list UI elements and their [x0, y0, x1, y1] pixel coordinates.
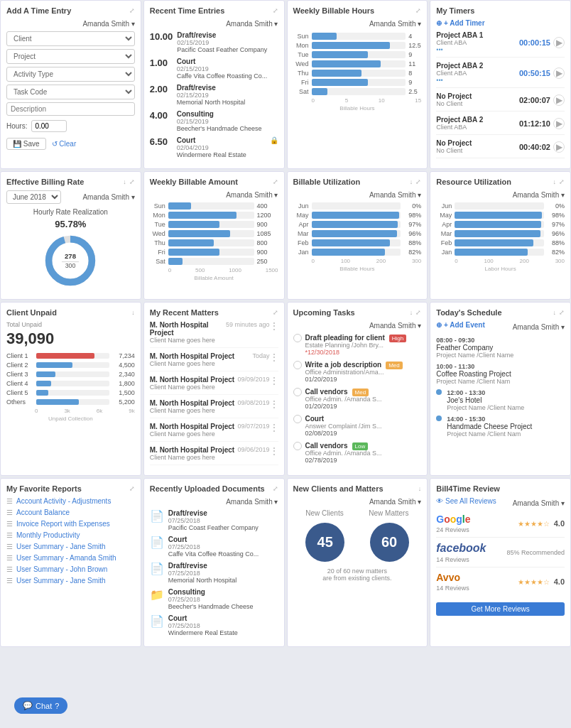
chart-bar-jan: Jan 82%: [293, 249, 422, 256]
chart-bar-apr: Apr 97%: [293, 221, 422, 228]
weekly-billable-hours-widget: Weekly Billable Hours ⤢ Amanda Smith Sun…: [287, 0, 428, 169]
expand-icon[interactable]: ⤢: [415, 7, 421, 14]
user-selector[interactable]: Amanda Smith: [369, 191, 421, 199]
list-item: 10.00 Draft/revise 02/15/2019 Pacific Co…: [150, 31, 278, 53]
timer-play-button[interactable]: ▶: [553, 67, 565, 79]
save-button[interactable]: 💾 Save: [6, 138, 46, 150]
list-item[interactable]: ☰ Invoice Report with Expenses: [6, 520, 135, 528]
widget-title: Recent Time Entries: [150, 6, 225, 15]
download-icon[interactable]: ↓: [123, 178, 126, 185]
expand-icon[interactable]: ⤢: [415, 178, 421, 185]
activity-type-select[interactable]: Activity Type: [6, 67, 135, 82]
my-recent-matters-widget: My Recent Matters ⤢ M. North Hospital Pr…: [143, 302, 285, 476]
user-selector[interactable]: Amanda Smith: [513, 323, 565, 331]
timer-play-button[interactable]: ▶: [553, 141, 565, 153]
description-input[interactable]: [6, 102, 135, 116]
task-checkbox[interactable]: [293, 415, 302, 423]
total-value: 39,090: [6, 330, 135, 348]
list-item: Project ABA 2 Client ABA ••• 00:50:15 ▶: [436, 62, 565, 88]
matter-menu-icon[interactable]: ⋮: [270, 352, 278, 362]
expand-icon[interactable]: ⤢: [273, 309, 278, 316]
upcoming-tasks-widget: Upcoming Tasks ↓ ⤢ Amanda Smith Draft pl…: [287, 302, 428, 476]
expand-icon[interactable]: ⤢: [129, 178, 135, 185]
expand-icon[interactable]: ⤢: [129, 485, 135, 492]
list-item: 4.00 Consulting 02/15/2019 Beecher's Han…: [150, 110, 278, 132]
task-checkbox[interactable]: [293, 334, 302, 342]
download-icon[interactable]: ↓: [410, 309, 413, 316]
widget-header: Recently Uploaded Documents ⤢: [150, 484, 278, 493]
user-selector[interactable]: Amanda Smith: [369, 20, 421, 28]
list-item: M. North Hospital Project Client Name go…: [150, 376, 278, 395]
expand-icon[interactable]: ⤢: [415, 309, 421, 316]
project-select[interactable]: Project: [6, 49, 135, 64]
priority-badge: Med: [386, 362, 403, 369]
expand-icon[interactable]: ⤢: [559, 178, 565, 185]
expand-icon[interactable]: ⤢: [273, 7, 278, 14]
lock-icon: 🔒: [270, 136, 278, 144]
list-item: 📄 Court 07/25/2018 Windermere Real Estat…: [150, 614, 278, 636]
user-selector[interactable]: Amanda Smith: [369, 498, 421, 506]
list-item: Write a job description Med Office Admin…: [293, 360, 422, 383]
widget-header: My Favorite Reports ⤢: [6, 484, 135, 493]
add-timer-button[interactable]: ⊕ + Add Timer: [436, 19, 565, 27]
client-select[interactable]: Client: [6, 31, 135, 46]
avvo-review: Avvo 14 Reviews ★★★★☆ 4.0: [436, 572, 565, 595]
task-code-select[interactable]: Task Code: [6, 85, 135, 99]
timer-play-button[interactable]: ▶: [553, 37, 565, 48]
chart-bar-feb: Feb 88%: [436, 239, 565, 246]
widget-title: Effective Billing Rate: [6, 178, 84, 186]
hours-input[interactable]: [31, 120, 67, 132]
axis-label: Billable Amount: [150, 275, 278, 281]
user-selector[interactable]: Amanda Smith: [226, 20, 278, 28]
user-selector[interactable]: Amanda Smith: [513, 499, 565, 507]
user-selector[interactable]: Amanda Smith: [226, 191, 278, 199]
matter-menu-icon[interactable]: ⋮: [270, 423, 278, 433]
expand-icon[interactable]: ⤢: [273, 485, 278, 492]
see-all-reviews-link[interactable]: 👁 See All Reviews: [436, 497, 496, 505]
matter-menu-icon[interactable]: ⋮: [270, 376, 278, 386]
user-selector[interactable]: Amanda Smith: [369, 322, 421, 330]
download-icon[interactable]: ↓: [418, 485, 422, 492]
expand-icon[interactable]: ⤢: [273, 178, 278, 185]
list-item[interactable]: ☰ User Summary - Amanda Smith: [6, 554, 135, 562]
list-item: M. North Hospital Project Client Name go…: [150, 399, 278, 418]
list-item[interactable]: ☰ User Summary - Jane Smith: [6, 577, 135, 585]
download-icon[interactable]: ↓: [553, 178, 557, 185]
task-checkbox[interactable]: [293, 388, 302, 396]
list-item[interactable]: ☰ Account Balance: [6, 509, 135, 516]
timer-play-button[interactable]: ▶: [553, 118, 565, 129]
list-item[interactable]: ☰ User Summary - Jane Smith: [6, 543, 135, 550]
timers-list: Project ABA 1 Client ABA ••• 00:00:15 ▶ …: [436, 31, 565, 158]
user-selector[interactable]: Amanda Smith: [226, 498, 278, 506]
matter-menu-icon[interactable]: ⋮: [270, 399, 278, 409]
expand-icon[interactable]: ⤢: [559, 309, 565, 316]
list-item[interactable]: ☰ User Summary - John Brown: [6, 565, 135, 573]
widget-title: My Timers: [436, 6, 474, 15]
download-icon[interactable]: ↓: [410, 178, 413, 185]
add-event-button[interactable]: ⊕ + Add Event: [436, 321, 484, 329]
list-item[interactable]: ☰ Monthly Productivity: [6, 531, 135, 539]
task-checkbox[interactable]: [293, 442, 302, 450]
user-selector[interactable]: Amanda Smith: [82, 20, 134, 28]
task-checkbox[interactable]: [293, 361, 302, 369]
timer-play-button[interactable]: ▶: [553, 94, 565, 106]
chart-axis: 0100200300: [293, 258, 422, 264]
weekly-billable-amount-widget: Weekly Billable Amount ⤢ Amanda Smith Su…: [143, 171, 285, 300]
download-icon[interactable]: ↓: [553, 309, 557, 316]
clear-button[interactable]: ↺ Clear: [52, 138, 77, 150]
list-item: 📄 Court 07/25/2018 Caffe Vita Coffee Roa…: [150, 536, 278, 558]
bill4time-review-widget: Bill4Time Review 👁 See All Reviews Amand…: [430, 478, 571, 647]
report-icon: ☰: [6, 554, 13, 562]
user-selector[interactable]: Amanda Smith: [82, 193, 134, 201]
download-icon[interactable]: ↓: [131, 309, 135, 316]
matter-menu-icon[interactable]: ⋮: [270, 321, 278, 331]
get-more-reviews-button[interactable]: Get More Reviews: [436, 602, 565, 616]
matter-menu-icon[interactable]: ⋮: [270, 446, 278, 456]
client-bars: Client 1 7,234 Client 2 4,500 Client 3 2…: [6, 352, 135, 422]
user-selector[interactable]: Amanda Smith: [513, 191, 565, 199]
avvo-brand: Avvo: [436, 572, 469, 583]
list-item: Others 5,200: [6, 398, 135, 406]
expand-icon[interactable]: ⤢: [129, 7, 135, 14]
list-item[interactable]: ☰ Account Activity - Adjustments: [6, 497, 135, 505]
month-selector[interactable]: June 2018: [6, 190, 61, 204]
